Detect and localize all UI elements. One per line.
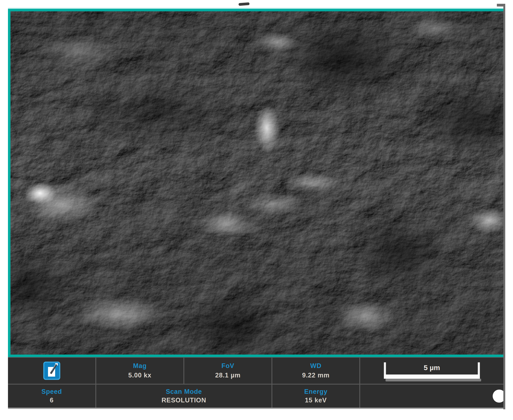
wd-value: 9.22 mm — [302, 372, 330, 378]
databar-energy-cell: Energy 15 keV — [272, 385, 360, 408]
sem-micrograph — [8, 9, 504, 357]
wd-label: WD — [310, 363, 322, 369]
mag-value: 5.00 kx — [128, 372, 151, 378]
databar-speed-cell: Speed 6 — [8, 385, 96, 408]
databar-mag-cell: Mag 5.00 kx — [96, 358, 184, 384]
scale-bar-cell: 5 µm — [360, 358, 504, 384]
crop-artifact-dash — [238, 2, 250, 6]
sem-shading-overlay — [10, 11, 504, 355]
scale-bar-shadow — [386, 379, 481, 382]
speed-value: 6 — [50, 397, 53, 404]
fov-label: FoV — [221, 363, 234, 369]
icon-wrap — [8, 360, 95, 382]
energy-value: 15 keV — [305, 397, 327, 404]
databar-icon-cell — [8, 358, 96, 384]
scale-bar: 5 µm — [384, 362, 480, 382]
energy-label: Energy — [304, 388, 327, 395]
databar-row-2: Speed 6 Scan Mode RESOLUTION Energy 15 k… — [8, 384, 504, 408]
databar-empty-cell — [360, 385, 504, 408]
scan-mode-label: Scan Mode — [166, 388, 202, 395]
databar-fov-cell: FoV 28.1 µm — [184, 358, 272, 384]
clipped-circle-artifact — [493, 390, 504, 403]
scan-mode-value: RESOLUTION — [161, 397, 206, 404]
edit-note-icon — [43, 361, 60, 380]
databar-row-1: Mag 5.00 kx FoV 28.1 µm WD 9.22 mm 5 µm — [8, 358, 504, 384]
sem-databar: Mag 5.00 kx FoV 28.1 µm WD 9.22 mm 5 µm — [8, 357, 504, 409]
speed-label: Speed — [41, 388, 62, 395]
crop-artifact-line — [503, 4, 505, 409]
fov-value: 28.1 µm — [215, 372, 240, 378]
scale-bar-label: 5 µm — [384, 364, 480, 372]
databar-scan-mode-cell: Scan Mode RESOLUTION — [96, 385, 272, 408]
figure-page: Mag 5.00 kx FoV 28.1 µm WD 9.22 mm 5 µm — [0, 0, 513, 420]
scale-bar-line — [384, 375, 480, 379]
databar-wd-cell: WD 9.22 mm — [272, 358, 360, 384]
mag-label: Mag — [133, 363, 147, 369]
